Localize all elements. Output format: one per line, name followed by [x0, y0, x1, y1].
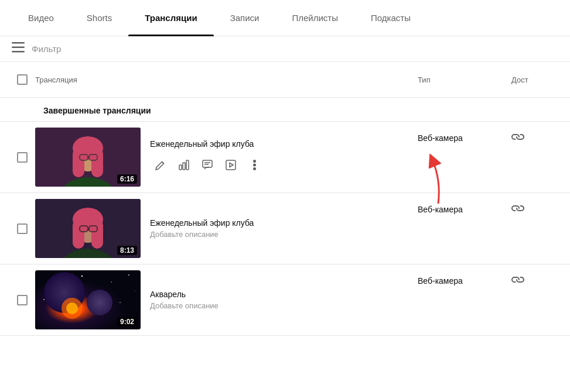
section-completed: Завершенные трансляции — [0, 98, 570, 122]
svg-rect-20 — [226, 160, 235, 170]
tab-playlists[interactable]: Плейлисты — [275, 0, 354, 36]
row1-link-icon[interactable] — [511, 132, 524, 145]
svg-rect-9 — [73, 148, 84, 177]
table-row: 8:13 Еженедельный эфир клуба Добавьте оп… — [0, 193, 570, 264]
col-broadcast-header: Трансляция — [35, 75, 418, 84]
row2-link-icon[interactable] — [511, 204, 524, 216]
more-button[interactable] — [244, 154, 265, 176]
svg-rect-14 — [179, 165, 182, 170]
svg-point-46 — [66, 302, 78, 314]
row1-access — [511, 128, 558, 145]
filter-label[interactable]: Фильтр — [32, 44, 61, 54]
table-row: 9:02 Акварель Добавьте описание Веб-каме… — [0, 264, 570, 336]
svg-rect-2 — [12, 51, 25, 53]
select-all-checkbox[interactable] — [17, 74, 28, 85]
row3-link-icon[interactable] — [511, 275, 524, 287]
row2-access — [511, 199, 558, 216]
svg-rect-30 — [73, 219, 84, 249]
comments-button[interactable] — [197, 154, 218, 176]
table-row: 6:16 Еженедельный эфир клуба — [0, 122, 570, 193]
svg-point-39 — [128, 274, 129, 276]
row2-info: Еженедельный эфир клуба Добавьте описани… — [141, 218, 418, 239]
tab-live[interactable]: Трансляции — [128, 0, 213, 36]
stats-button[interactable] — [173, 154, 194, 176]
tab-clips[interactable]: Записи — [214, 0, 276, 36]
svg-rect-31 — [91, 219, 103, 249]
svg-rect-10 — [91, 148, 103, 177]
row1-type: Веб-камера — [418, 128, 511, 143]
play-button[interactable] — [220, 154, 241, 176]
row1-title: Еженедельный эфир клуба — [150, 139, 408, 149]
svg-point-23 — [253, 167, 256, 170]
tabs-bar: Видео Shorts Трансляции Записи Плейлисты… — [0, 0, 570, 36]
row3-info: Акварель Добавьте описание — [141, 290, 418, 310]
svg-point-42 — [120, 302, 121, 303]
row1-checkbox[interactable] — [17, 152, 28, 163]
tab-shorts[interactable]: Shorts — [70, 0, 128, 36]
svg-point-44 — [87, 290, 112, 315]
svg-rect-15 — [183, 163, 185, 170]
col-type-header: Тип — [418, 75, 511, 84]
tab-podcasts[interactable]: Подкасты — [354, 0, 427, 36]
svg-point-22 — [253, 163, 256, 166]
row2-type: Веб-камера — [418, 199, 511, 214]
row2-thumbnail: 8:13 — [35, 199, 141, 258]
row2-desc: Добавьте описание — [150, 230, 408, 239]
row3-thumbnail: 9:02 — [35, 270, 141, 329]
filter-bar: Фильтр — [0, 36, 570, 62]
row2-title: Еженедельный эфир клуба — [150, 218, 408, 228]
svg-rect-0 — [12, 42, 25, 44]
svg-point-37 — [81, 276, 83, 277]
row1-duration: 6:16 — [117, 174, 137, 184]
svg-point-41 — [43, 299, 45, 300]
col-access-header: Дост — [511, 75, 558, 84]
svg-point-40 — [134, 290, 135, 291]
svg-rect-17 — [203, 160, 212, 167]
row3-type: Веб-камера — [418, 270, 511, 286]
row3-access — [511, 270, 558, 287]
row3-duration: 9:02 — [117, 317, 137, 326]
row3-checkbox[interactable] — [17, 295, 28, 305]
filter-icon[interactable] — [12, 42, 25, 56]
row3-title: Акварель — [150, 290, 408, 299]
row1-info: Еженедельный эфир клуба — [141, 139, 418, 176]
svg-point-21 — [253, 160, 256, 163]
svg-rect-16 — [186, 160, 189, 170]
table-header: Трансляция Тип Дост — [0, 62, 570, 98]
edit-button[interactable] — [150, 154, 171, 176]
svg-point-38 — [111, 281, 112, 283]
svg-rect-1 — [12, 47, 25, 49]
row2-duration: 8:13 — [117, 246, 137, 255]
row1-thumbnail: 6:16 — [35, 128, 141, 187]
row2-checkbox[interactable] — [17, 223, 28, 234]
tab-video[interactable]: Видео — [12, 0, 70, 36]
row3-desc: Добавьте описание — [150, 301, 408, 310]
row1-actions — [150, 154, 408, 176]
